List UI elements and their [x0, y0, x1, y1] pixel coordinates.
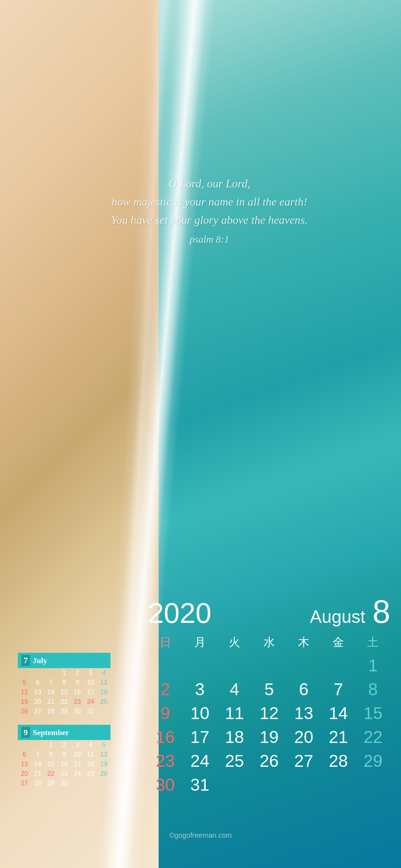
table-cell: 8 [57, 678, 71, 687]
calendar-day: 11 [217, 701, 252, 725]
table-cell: 26 [18, 707, 31, 716]
table-cell: 2 [57, 740, 71, 750]
table-cell: 18 [97, 687, 110, 697]
calendar-day: 8 [356, 677, 390, 701]
table-cell [18, 668, 31, 678]
july-name: July [33, 656, 47, 665]
table-cell: 9 [71, 678, 84, 687]
table-cell [97, 707, 110, 716]
main-calendar: 2020 August 8 日 月 火 水 木 金 土 [148, 594, 390, 797]
table-row: 19 20 21 22 23 24 25 [18, 697, 110, 707]
calendar-day: 26 [252, 749, 286, 773]
table-cell: 24 [71, 769, 84, 779]
calendar-day [287, 773, 321, 797]
table-cell: 19 [97, 759, 110, 769]
table-cell: 22 [44, 769, 57, 779]
table-cell: 11 [84, 750, 97, 759]
september-calendar: 9 September 1 2 3 4 5 [18, 725, 110, 788]
calendar-day: 4 [217, 677, 252, 701]
table-cell: 23 [57, 769, 71, 779]
calendar-day [252, 773, 286, 797]
table-cell: 17 [84, 687, 97, 697]
day-header-wed: 水 [252, 633, 286, 652]
september-header: 9 September [18, 725, 110, 740]
main-calendar-header: 2020 August 8 [148, 594, 390, 630]
table-cell: 2 [71, 668, 84, 678]
table-cell: 8 [44, 750, 57, 759]
september-grid: 1 2 3 4 5 6 7 8 9 10 11 [18, 740, 110, 788]
table-cell: 14 [44, 687, 57, 697]
calendar-day: 14 [321, 701, 356, 725]
table-cell: 26 [97, 769, 110, 779]
july-header: 7 July [18, 653, 110, 668]
table-cell [18, 740, 31, 750]
calendar-day [252, 653, 286, 677]
day-headers: 日 月 火 水 木 金 土 [148, 633, 390, 652]
calendar-day: 25 [217, 749, 252, 773]
day-header-fri: 金 [321, 633, 356, 652]
calendar-day [287, 653, 321, 677]
calendar-day: 23 [148, 749, 182, 773]
calendar-day: 29 [356, 749, 390, 773]
calendar-day: 27 [287, 749, 321, 773]
calendar-day: 3 [182, 677, 217, 701]
table-cell: 4 [84, 740, 97, 750]
day-header-sun: 日 [148, 633, 182, 652]
table-cell: 31 [84, 707, 97, 716]
table-cell [97, 779, 110, 788]
table-cell: 16 [57, 759, 71, 769]
month-number-big: 8 [372, 594, 390, 630]
table-cell [31, 668, 44, 678]
table-cell: 27 [31, 707, 44, 716]
table-cell: 23 [71, 697, 84, 707]
table-cell: 3 [71, 740, 84, 750]
table-cell: 11 [97, 678, 110, 687]
calendar-day: 31 [182, 773, 217, 797]
table-cell: 30 [71, 707, 84, 716]
table-cell [31, 740, 44, 750]
calendar-day: 20 [287, 725, 321, 749]
table-cell: 10 [71, 750, 84, 759]
table-cell: 15 [44, 759, 57, 769]
table-row: 6 7 8 9 10 11 12 [18, 750, 110, 759]
table-cell: 13 [31, 687, 44, 697]
table-row: 26 27 28 29 30 31 [18, 707, 110, 716]
calendar-day: 10 [182, 701, 217, 725]
year-label: 2020 [148, 597, 211, 630]
calendar-day: 12 [252, 701, 286, 725]
table-row: 5 6 7 8 9 10 11 [18, 678, 110, 687]
table-cell: 28 [31, 779, 44, 788]
verse-text: O Lord, our Lord, how majestic is your n… [36, 175, 383, 229]
september-number: 9 [21, 727, 30, 738]
table-cell: 13 [18, 759, 31, 769]
table-cell: 16 [71, 687, 84, 697]
table-cell: 27 [18, 779, 31, 788]
calendar-day: 28 [321, 749, 356, 773]
table-cell [84, 779, 97, 788]
table-cell: 1 [57, 668, 71, 678]
table-cell: 20 [18, 769, 31, 779]
table-cell: 28 [44, 707, 57, 716]
table-cell: 17 [71, 759, 84, 769]
table-cell: 21 [44, 697, 57, 707]
table-cell: 7 [31, 750, 44, 759]
table-cell [44, 668, 57, 678]
calendar-day: 6 [287, 677, 321, 701]
month-label: August [310, 606, 365, 627]
table-cell: 15 [57, 687, 71, 697]
table-cell: 7 [44, 678, 57, 687]
calendar-day: 2 [148, 677, 182, 701]
day-header-sat: 土 [356, 633, 390, 652]
july-grid: 1 2 3 4 5 6 7 8 9 10 11 [18, 668, 110, 716]
calendar-day: 1 [356, 653, 390, 677]
table-cell: 9 [57, 750, 71, 759]
july-number: 7 [21, 655, 30, 666]
verse-line2: how majestic is your name in all the ear… [112, 195, 307, 208]
table-cell: 12 [18, 687, 31, 697]
calendar-day: 13 [287, 701, 321, 725]
table-cell: 6 [31, 678, 44, 687]
calendar-day: 7 [321, 677, 356, 701]
calendar-day: 15 [356, 701, 390, 725]
verse-line1: O Lord, our Lord, [169, 177, 251, 190]
verse-reference: psalm 8:1 [36, 234, 383, 245]
